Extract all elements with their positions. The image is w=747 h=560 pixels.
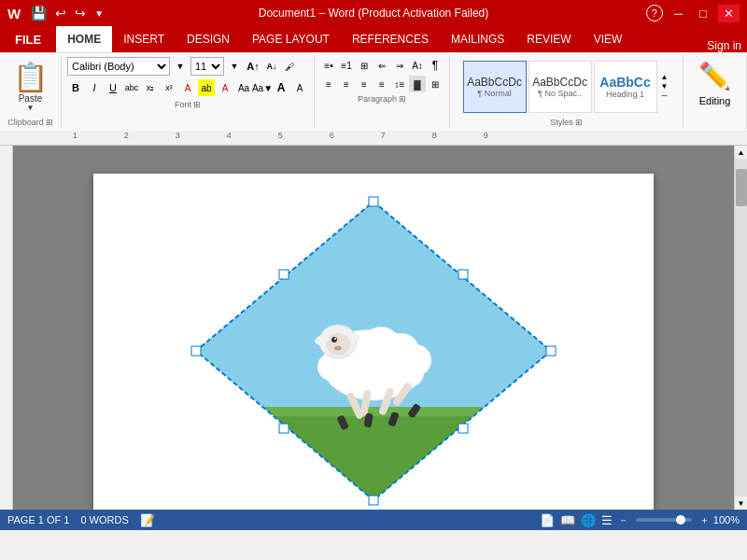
svg-rect-41 — [279, 270, 289, 279]
zoom-control[interactable]: － ＋ 100% — [618, 513, 740, 527]
scroll-track[interactable] — [735, 159, 748, 497]
underline-button[interactable]: U — [105, 79, 121, 96]
font-color2-button[interactable]: A — [217, 79, 233, 96]
zoom-slider[interactable] — [636, 518, 692, 522]
help-button[interactable]: ? — [646, 5, 663, 21]
scroll-up-button[interactable]: ▲ — [735, 146, 748, 159]
bold-button[interactable]: B — [67, 79, 84, 96]
paragraph-expand-icon[interactable]: ⊞ — [399, 94, 406, 104]
styles-more-button[interactable]: ▲ ▼ ─ — [659, 71, 670, 102]
tab-view[interactable]: VIEW — [583, 26, 634, 52]
line-spacing-button[interactable]: ↕≡ — [391, 76, 408, 92]
document-page — [93, 174, 654, 510]
font-size-expand-icon[interactable]: ▼ — [226, 58, 243, 75]
redo-icon[interactable]: ↪ — [72, 4, 89, 22]
maximize-button[interactable]: □ — [694, 5, 712, 22]
font-size-select[interactable]: 11 — [190, 57, 224, 76]
borders-button[interactable]: ⊞ — [427, 76, 444, 92]
shrink-a-button[interactable]: A — [291, 79, 308, 96]
clear-format-button[interactable]: 🖋 — [282, 58, 299, 75]
read-view-icon[interactable]: 📖 — [560, 513, 575, 527]
style-nospace[interactable]: AaBbCcDc ¶ No Spac.. — [529, 61, 592, 113]
undo-icon[interactable]: ↩ — [52, 4, 69, 22]
multilevel-button[interactable]: ⊞ — [356, 57, 373, 74]
status-left: PAGE 1 OF 1 0 WORDS 📝 — [7, 513, 155, 527]
tab-mailings[interactable]: MAILINGS — [440, 26, 515, 52]
diamond-image[interactable] — [177, 192, 570, 510]
increase-indent-button[interactable]: ⇒ — [391, 57, 408, 74]
zoom-thumb — [676, 515, 685, 525]
styles-expand-dialog-icon[interactable]: ⊞ — [575, 118, 583, 127]
superscript-button[interactable]: x² — [161, 79, 177, 96]
vertical-scrollbar[interactable]: ▲ ▼ — [734, 146, 747, 510]
clipboard-expand-icon[interactable]: ⊞ — [46, 118, 53, 127]
align-left-button[interactable]: ≡ — [320, 76, 337, 92]
scroll-thumb[interactable] — [736, 169, 747, 206]
minimize-button[interactable]: ─ — [669, 5, 688, 22]
editing-icon[interactable]: ✏️ — [698, 61, 731, 91]
svg-point-33 — [416, 355, 430, 366]
align-center-button[interactable]: ≡ — [338, 76, 355, 92]
tab-file[interactable]: FILE — [0, 26, 56, 52]
svg-point-20 — [331, 337, 337, 343]
close-button[interactable]: ✕ — [718, 5, 740, 22]
shrink-font-button[interactable]: A↓ — [263, 58, 280, 75]
editing-label: Editing — [699, 95, 731, 106]
decrease-indent-button[interactable]: ⇐ — [374, 57, 390, 74]
save-icon[interactable]: 💾 — [28, 4, 49, 22]
ribbon-tab-strip: FILE HOME INSERT DESIGN PAGE LAYOUT REFE… — [0, 26, 747, 52]
tab-review[interactable]: REVIEW — [515, 26, 582, 52]
grow-font-button[interactable]: A↑ — [245, 58, 261, 75]
strikethrough-button[interactable]: abc — [123, 79, 140, 96]
styles-label: Styles — [550, 118, 573, 127]
italic-button[interactable]: I — [86, 79, 103, 96]
tab-home[interactable]: HOME — [56, 26, 112, 52]
style-normal[interactable]: AaBbCcDc ¶ Normal — [463, 61, 527, 113]
font-expand-icon[interactable]: ⊞ — [193, 100, 201, 109]
grow-a-button[interactable]: A — [273, 79, 289, 96]
outline-view-icon[interactable]: ☰ — [601, 513, 613, 527]
layout-view-icon[interactable]: 📄 — [540, 513, 555, 527]
style-heading1[interactable]: AaBbCc Heading 1 — [594, 61, 657, 113]
font-color-button[interactable]: A — [179, 79, 196, 96]
highlight-button[interactable]: ab — [198, 79, 215, 96]
window-controls: ? ─ □ ✕ — [646, 5, 740, 22]
zoom-in-icon[interactable]: ＋ — [699, 513, 710, 527]
svg-rect-36 — [546, 346, 556, 356]
page-canvas[interactable] — [13, 146, 734, 510]
tab-design[interactable]: DESIGN — [176, 26, 241, 52]
scroll-down-button[interactable]: ▼ — [735, 497, 748, 510]
font-name-expand-icon[interactable]: ▼ — [172, 58, 189, 75]
proofing-icon[interactable]: 📝 — [140, 513, 155, 527]
bullets-button[interactable]: ≡• — [320, 57, 337, 74]
change-case-button[interactable]: Aa▼ — [254, 79, 271, 96]
shading-button[interactable]: ▓ — [409, 76, 426, 92]
web-view-icon[interactable]: 🌐 — [581, 513, 596, 527]
subscript-button[interactable]: x₂ — [142, 79, 159, 96]
paste-dropdown-icon[interactable]: ▼ — [27, 104, 35, 112]
numbering-button[interactable]: ≡1 — [338, 57, 355, 74]
tab-references[interactable]: REFERENCES — [341, 26, 440, 52]
svg-point-22 — [334, 346, 342, 351]
text-effects-button[interactable]: Aa — [235, 79, 252, 96]
tab-insert[interactable]: INSERT — [112, 26, 176, 52]
svg-rect-38 — [191, 346, 201, 356]
font-name-select[interactable]: Calibri (Body) — [67, 57, 170, 76]
align-right-button[interactable]: ≡ — [356, 76, 373, 92]
vertical-ruler — [0, 146, 13, 510]
sort-button[interactable]: A↕ — [409, 57, 426, 74]
image-container[interactable] — [177, 192, 570, 510]
paste-icon: 📋 — [13, 61, 48, 93]
horizontal-ruler: 1 2 3 4 5 6 7 8 9 — [0, 131, 747, 146]
justify-button[interactable]: ≡ — [374, 76, 390, 92]
zoom-percent: 100% — [713, 514, 740, 525]
show-para-button[interactable]: ¶ — [427, 57, 444, 74]
title-bar: W 💾 ↩ ↪ ▼ Document1 – Word (Product Acti… — [0, 0, 747, 26]
style-normal-label: ¶ Normal — [477, 89, 511, 98]
clipboard-group: 📋 Paste ▼ Clipboard ⊞ — [0, 55, 62, 129]
customize-qa-icon[interactable]: ▼ — [92, 7, 106, 21]
zoom-out-icon[interactable]: － — [618, 513, 628, 527]
signin-link[interactable]: Sign in — [707, 39, 741, 52]
paste-button[interactable]: 📋 Paste ▼ — [6, 57, 55, 116]
tab-pagelayout[interactable]: PAGE LAYOUT — [241, 26, 341, 52]
